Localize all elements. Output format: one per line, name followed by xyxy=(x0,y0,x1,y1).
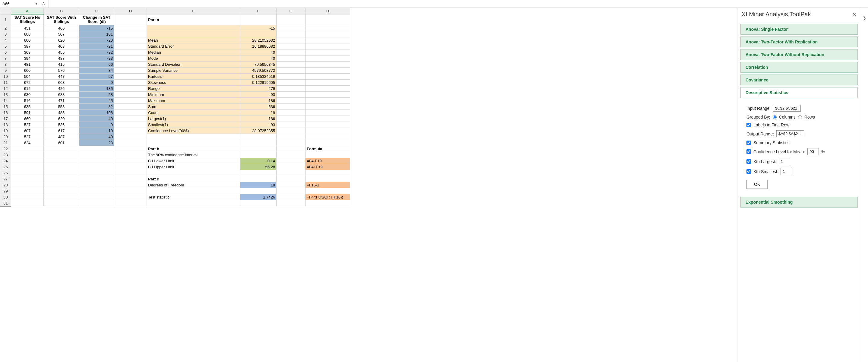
cell[interactable] xyxy=(79,152,114,158)
row-header[interactable]: 15 xyxy=(0,103,11,110)
cell[interactable]: 663 xyxy=(44,79,79,85)
cell[interactable] xyxy=(306,25,350,31)
chevron-down-icon[interactable]: ▾ xyxy=(36,2,37,5)
cell[interactable] xyxy=(114,158,147,164)
kth-smallest-check[interactable] xyxy=(746,169,751,174)
cell[interactable]: 471 xyxy=(44,97,79,103)
cell[interactable] xyxy=(277,116,306,122)
cell[interactable]: 40 xyxy=(240,49,277,55)
cell[interactable]: 66 xyxy=(79,61,114,67)
cell[interactable]: 415 xyxy=(44,61,79,67)
cell[interactable] xyxy=(240,140,277,146)
cell[interactable] xyxy=(114,31,147,37)
cell[interactable]: 576 xyxy=(44,67,79,73)
cell[interactable] xyxy=(79,146,114,152)
cell[interactable] xyxy=(44,176,79,182)
cell[interactable] xyxy=(114,170,147,176)
cell[interactable] xyxy=(44,182,79,188)
cell[interactable] xyxy=(11,152,44,158)
col-header-f[interactable]: F xyxy=(240,8,277,14)
cell[interactable] xyxy=(114,116,147,122)
cell[interactable]: 455 xyxy=(44,49,79,55)
row-header[interactable]: 5 xyxy=(0,43,11,49)
cell[interactable]: 630 xyxy=(11,91,44,97)
cell[interactable] xyxy=(147,31,240,37)
cell[interactable] xyxy=(277,85,306,91)
spreadsheet[interactable]: A B C D E F G H 1SAT Score No SiblingsSA… xyxy=(0,8,737,362)
row-header[interactable]: 21 xyxy=(0,140,11,146)
cell[interactable] xyxy=(306,14,350,25)
cell[interactable] xyxy=(306,31,350,37)
cell[interactable] xyxy=(306,85,350,91)
cell[interactable] xyxy=(114,128,147,133)
cell[interactable]: Largest(1) xyxy=(147,116,240,122)
row-header[interactable]: 20 xyxy=(0,133,11,140)
cell[interactable]: -15 xyxy=(240,25,277,31)
cell[interactable] xyxy=(277,182,306,188)
cell[interactable]: -10 xyxy=(79,128,114,133)
row-header[interactable]: 1 xyxy=(0,14,11,25)
cell[interactable] xyxy=(114,176,147,182)
cell[interactable]: 408 xyxy=(44,43,79,49)
row-header[interactable]: 2 xyxy=(0,25,11,31)
cell[interactable] xyxy=(306,133,350,140)
cell[interactable]: 23 xyxy=(79,140,114,146)
cell[interactable] xyxy=(277,49,306,55)
fx-label[interactable]: fx xyxy=(39,0,49,7)
row-header[interactable]: 17 xyxy=(0,116,11,122)
cell[interactable] xyxy=(306,91,350,97)
cell[interactable]: -93 xyxy=(240,91,277,97)
cell[interactable] xyxy=(11,182,44,188)
cell[interactable] xyxy=(44,146,79,152)
row-header[interactable]: 27 xyxy=(0,176,11,182)
row-header[interactable]: 25 xyxy=(0,164,11,170)
cell[interactable]: -21 xyxy=(79,43,114,49)
cell[interactable] xyxy=(277,164,306,170)
cell[interactable] xyxy=(11,146,44,152)
cell[interactable]: 672 xyxy=(11,79,44,85)
cell[interactable] xyxy=(79,182,114,188)
cell[interactable]: 1.7426 xyxy=(240,194,277,200)
cell[interactable]: 601 xyxy=(44,140,79,146)
cell[interactable]: 660 xyxy=(11,116,44,122)
cell[interactable]: 447 xyxy=(44,73,79,79)
cell[interactable] xyxy=(277,146,306,152)
cell[interactable]: -20 xyxy=(79,37,114,43)
cell[interactable]: C.I.Lower Limit xyxy=(147,158,240,164)
ok-button[interactable]: OK xyxy=(746,180,768,189)
cell[interactable]: -15 xyxy=(79,25,114,31)
cell[interactable] xyxy=(44,188,79,194)
cell[interactable] xyxy=(114,152,147,158)
cell[interactable]: 387 xyxy=(11,43,44,49)
cell[interactable] xyxy=(277,31,306,37)
cell[interactable] xyxy=(114,49,147,55)
cell[interactable] xyxy=(11,164,44,170)
formula-input[interactable] xyxy=(49,0,868,7)
cell[interactable]: -58 xyxy=(79,91,114,97)
cell[interactable]: Sample Variance xyxy=(147,67,240,73)
cell[interactable]: Smallest(1) xyxy=(147,122,240,128)
col-header-h[interactable]: H xyxy=(306,8,350,14)
cell[interactable] xyxy=(11,200,44,206)
cell[interactable] xyxy=(114,91,147,97)
cell[interactable]: 0.14 xyxy=(240,158,277,164)
cell[interactable] xyxy=(79,176,114,182)
cell[interactable] xyxy=(306,37,350,43)
cell[interactable]: 481 xyxy=(11,61,44,67)
cell[interactable] xyxy=(306,128,350,133)
cell[interactable]: =F16-1 xyxy=(306,182,350,188)
cell[interactable] xyxy=(240,14,277,25)
cell[interactable]: 620 xyxy=(44,116,79,122)
cell[interactable]: 19 xyxy=(240,110,277,116)
row-header[interactable]: 6 xyxy=(0,49,11,55)
cell[interactable] xyxy=(277,73,306,79)
cell[interactable]: 591 xyxy=(11,110,44,116)
cell[interactable] xyxy=(147,188,240,194)
cell[interactable]: 186 xyxy=(79,85,114,91)
cell[interactable] xyxy=(277,128,306,133)
cell[interactable] xyxy=(277,103,306,110)
cell[interactable] xyxy=(147,170,240,176)
row-header[interactable]: 24 xyxy=(0,158,11,164)
cell[interactable] xyxy=(277,79,306,85)
cell[interactable] xyxy=(306,170,350,176)
